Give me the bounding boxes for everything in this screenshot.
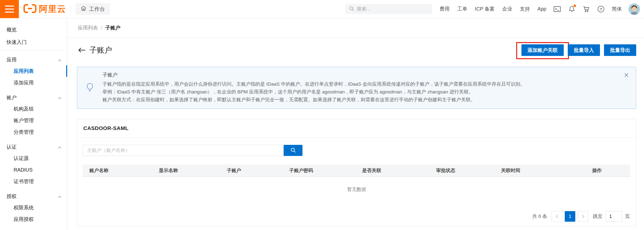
chevron-up-icon xyxy=(58,57,61,63)
home-icon xyxy=(81,5,87,13)
nav-icp[interactable]: ICP 备案 xyxy=(475,6,495,12)
app-panel: CASDOOR-SAML 账户名称 xyxy=(77,119,636,226)
language-switcher[interactable]: 简体 xyxy=(612,6,622,12)
chevron-up-icon xyxy=(58,144,61,150)
nav-support[interactable]: 支持 xyxy=(520,6,530,12)
notice-line: 账户关联方式：在应用创建时，如果选择了账户映射，即默认主账户和子账户完全一致，无… xyxy=(102,96,618,104)
batch-import-button[interactable]: 批量导入 xyxy=(568,44,600,56)
notice-line: 举例：IDaaS 中有主账户 张三（用户名 zhangsan），在企业的 BPM… xyxy=(102,88,618,96)
sidebar-item-app-authorization[interactable]: 应用授权 xyxy=(0,213,67,225)
col-account-name: 账户名称 xyxy=(83,165,152,177)
col-actions: 操作 xyxy=(586,165,630,177)
col-sub-account: 子账户 xyxy=(220,165,283,177)
magnifier-icon xyxy=(290,147,296,154)
workbench-button[interactable]: 工作台 xyxy=(75,3,110,15)
hamburger-menu-icon[interactable] xyxy=(0,0,19,18)
current-page-button[interactable]: 1 xyxy=(565,211,575,222)
accounts-table: 账户名称 显示名称 子账户 子账户密码 是否关联 审批状态 关联时间 操作 暂无… xyxy=(83,165,630,202)
notification-badge xyxy=(574,5,576,7)
breadcrumb-current: 子账户 xyxy=(105,24,121,31)
sidebar-item-category-mgmt[interactable]: 分类管理 xyxy=(0,126,67,138)
sidebar-item-quickstart[interactable]: 快速入门 xyxy=(0,36,67,48)
page-title: 子账户 xyxy=(89,45,112,55)
empty-state-text: 暂无数据 xyxy=(83,177,630,202)
sidebar-item-account-mgmt[interactable]: 账户管理 xyxy=(0,115,67,126)
topbar-right: 费用 工单 ICP 备案 企业 支持 App ? xyxy=(345,3,644,15)
aliyun-logo[interactable]: 阿里云 xyxy=(23,3,66,15)
notification-bell-icon[interactable] xyxy=(568,5,576,13)
breadcrumb-separator: / xyxy=(101,25,102,31)
col-is-associated: 是否关联 xyxy=(356,165,430,177)
nav-app[interactable]: App xyxy=(537,6,546,12)
breadcrumb-parent[interactable]: 应用列表 xyxy=(78,24,98,31)
sidebar-item-org-group[interactable]: 机构及组 xyxy=(0,103,67,115)
batch-export-button[interactable]: 批量导出 xyxy=(604,44,636,56)
nav-tickets[interactable]: 工单 xyxy=(457,6,467,12)
chevron-up-icon xyxy=(58,95,61,101)
account-search-button[interactable] xyxy=(284,145,302,156)
sidebar-item-app-list[interactable]: 应用列表 xyxy=(0,65,67,77)
sidebar-item-add-app[interactable]: 添加应用 xyxy=(0,77,67,88)
help-icon[interactable]: ? xyxy=(597,5,605,13)
svg-text:?: ? xyxy=(600,7,602,11)
notice-line: 子账户指的是在指定应用系统中，用户会以什么身份进行访问。主账户指的是 IDaaS… xyxy=(102,80,618,88)
col-association-time: 关联时间 xyxy=(495,165,586,177)
prev-page-button[interactable] xyxy=(552,211,562,222)
next-page-button[interactable] xyxy=(578,211,588,222)
nav-billing[interactable]: 费用 xyxy=(440,6,450,12)
sidebar-group-account[interactable]: 账户 xyxy=(0,88,67,103)
nav-enterprise[interactable]: 企业 xyxy=(502,6,512,12)
pagination-total: 共 0 条 xyxy=(532,213,547,220)
search-icon xyxy=(349,6,354,12)
global-search-input[interactable] xyxy=(357,6,429,12)
sidebar-item-overview[interactable]: 概览 xyxy=(0,24,67,36)
jump-page-input[interactable] xyxy=(605,211,622,222)
account-search xyxy=(83,145,630,156)
chevron-up-icon xyxy=(58,193,61,199)
col-approval-status: 审批状态 xyxy=(430,165,495,177)
divider xyxy=(71,6,71,13)
panel-title: CASDOOR-SAML xyxy=(77,119,636,138)
sidebar-item-auth-source[interactable]: 认证源 xyxy=(0,152,67,164)
breadcrumb: 应用列表 / 子账户 xyxy=(67,18,644,38)
sidebar-group-authentication[interactable]: 认证 xyxy=(0,138,67,152)
info-notice: 子账户 子账户指的是在指定应用系统中，用户会以什么身份进行访问。主账户指的是 I… xyxy=(77,67,636,109)
pagination: 共 0 条 1 跳至 页 xyxy=(83,211,630,222)
sidebar: 概览 快速入门 应用 应用列表 添加应用 账户 机构及组 账户管理 分类管理 认… xyxy=(0,18,67,230)
workbench-label: 工作台 xyxy=(89,6,105,13)
brand-name: 阿里云 xyxy=(39,3,66,15)
aliyun-bracket-icon xyxy=(23,4,36,14)
sidebar-item-cert-mgmt[interactable]: 证书管理 xyxy=(0,176,67,187)
console-terminal-icon[interactable] xyxy=(553,5,561,13)
account-search-input[interactable] xyxy=(83,145,284,156)
topbar: 阿里云 工作台 费用 工单 ICP 备案 企业 支持 App xyxy=(0,0,644,18)
col-sub-account-password: 子账户密码 xyxy=(283,165,356,177)
back-arrow-icon[interactable] xyxy=(78,47,86,53)
global-search[interactable] xyxy=(345,4,432,14)
cart-icon[interactable] xyxy=(583,5,590,13)
avatar[interactable] xyxy=(628,3,640,15)
col-display-name: 显示名称 xyxy=(152,165,220,177)
page-header: 子账户 添加账户关联 批量导入 批量导出 xyxy=(78,44,636,56)
main-content: 应用列表 / 子账户 子账户 添加账户关联 批量导入 批量导出 xyxy=(67,18,644,230)
jump-to-label: 跳至 xyxy=(593,213,602,220)
close-icon[interactable] xyxy=(624,73,629,78)
page-unit-label: 页 xyxy=(625,213,630,220)
sidebar-group-application[interactable]: 应用 xyxy=(0,51,67,65)
notice-title: 子账户 xyxy=(102,71,618,79)
sidebar-item-radius[interactable]: RADIUS xyxy=(0,164,67,176)
sidebar-item-permission-system[interactable]: 权限系统 xyxy=(0,202,67,213)
lightbulb-icon xyxy=(85,83,95,109)
table-header-row: 账户名称 显示名称 子账户 子账户密码 是否关联 审批状态 关联时间 操作 xyxy=(83,165,630,177)
add-account-association-button[interactable]: 添加账户关联 xyxy=(521,44,564,56)
sidebar-group-authorization[interactable]: 授权 xyxy=(0,187,67,202)
